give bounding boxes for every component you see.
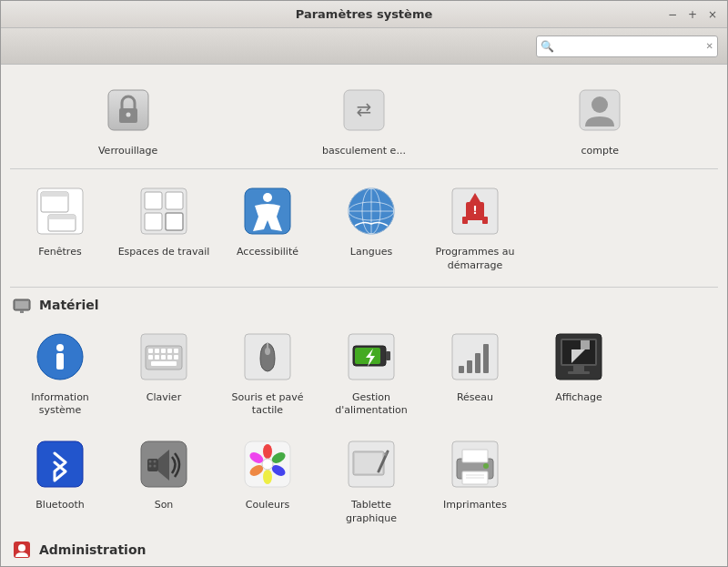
svg-point-2: [126, 113, 130, 117]
titlebar: Paramètres système − + ×: [1, 1, 727, 28]
svg-rect-32: [15, 301, 28, 309]
imprimantes-label: Imprimantes: [443, 499, 507, 511]
info-systeme-label: Information système: [14, 391, 106, 418]
icon-item-ecran-connexion[interactable]: Écran de connexion: [10, 565, 110, 566]
top-partial-row: Verrouillage ⇄ basculement e...: [10, 70, 718, 169]
administration-section-icon: [12, 540, 32, 560]
programmes-label: Programmes au démarrage: [429, 246, 521, 272]
bluetooth-icon: [31, 435, 89, 493]
svg-rect-14: [166, 192, 183, 209]
materiel-section-header: Matériel: [12, 295, 718, 315]
search-input[interactable]: [557, 40, 706, 53]
svg-point-96: [483, 463, 489, 469]
icon-item-verrouillage[interactable]: Verrouillage: [78, 74, 178, 165]
icon-item-info-systeme[interactable]: Information système: [10, 320, 110, 425]
system-settings-window: Paramètres système − + × 🔍 ✕: [0, 0, 728, 567]
icon-item-accessibilite[interactable]: Accessibilité: [217, 175, 318, 279]
svg-point-35: [56, 344, 64, 351]
icon-item-utilisateurs[interactable]: Utilisateurs et groupes: [321, 565, 421, 566]
icon-item-basculement[interactable]: ⇄ basculement e...: [314, 74, 414, 165]
souris-icon: [238, 328, 297, 386]
affichage-label: Affichage: [555, 391, 602, 404]
svg-point-100: [18, 544, 25, 552]
alimentation-icon: [342, 328, 400, 386]
icon-item-alimentation[interactable]: Gestion d'alimentation: [321, 320, 421, 425]
icon-item-fenetres[interactable]: Fenêtres: [10, 175, 110, 279]
maximize-button[interactable]: +: [685, 7, 700, 22]
svg-point-74: [149, 461, 152, 463]
icon-item-souris[interactable]: Souris et pavé tactile: [217, 320, 318, 425]
svg-rect-66: [573, 366, 584, 371]
tablette-label: Tablette graphique: [325, 499, 418, 525]
affichage-icon: [550, 328, 608, 386]
icon-item-affichage[interactable]: Affichage: [529, 320, 629, 425]
svg-rect-13: [145, 192, 162, 209]
svg-point-76: [149, 465, 152, 468]
couleurs-icon: [238, 435, 297, 493]
icon-item-son[interactable]: Son: [114, 428, 214, 532]
icon-item-bluetooth[interactable]: Bluetooth: [10, 428, 110, 532]
icon-item-clavier[interactable]: Clavier: [114, 320, 214, 425]
search-box: 🔍 ✕: [536, 35, 718, 57]
svg-rect-94: [462, 450, 488, 462]
icon-item-tablette[interactable]: Tablette graphique: [321, 428, 421, 532]
svg-rect-29: [482, 217, 488, 224]
espaces-label: Espaces de travail: [118, 246, 210, 258]
materiel-section-icon: [12, 295, 32, 315]
svg-point-80: [263, 444, 272, 459]
bluetooth-label: Bluetooth: [35, 499, 84, 511]
tablette-icon: [342, 435, 400, 493]
icon-item-reseau[interactable]: Réseau: [425, 320, 525, 425]
administration-section-header: Administration: [12, 540, 718, 560]
svg-rect-15: [145, 213, 162, 230]
close-button[interactable]: ×: [705, 7, 720, 22]
reseau-label: Réseau: [457, 391, 493, 404]
search-clear-button[interactable]: ✕: [706, 41, 713, 51]
icon-item-langues[interactable]: Langues: [321, 175, 421, 279]
basculement-icon: ⇄: [335, 81, 393, 139]
icon-item-programmes[interactable]: ! Programmes au démarrage: [425, 175, 525, 279]
souris-label: Souris et pavé tactile: [221, 391, 314, 418]
icon-item-espaces[interactable]: Espaces de travail: [114, 175, 214, 279]
svg-rect-67: [568, 371, 590, 374]
icon-item-couleurs[interactable]: Couleurs: [217, 428, 318, 532]
info-systeme-icon: [31, 328, 89, 386]
svg-rect-69: [581, 340, 590, 349]
svg-rect-41: [161, 349, 166, 353]
svg-rect-36: [56, 353, 64, 370]
accessibilite-label: Accessibilité: [237, 246, 298, 258]
basculement-label: basculement e...: [322, 145, 406, 157]
svg-point-52: [265, 348, 270, 355]
svg-rect-43: [174, 349, 178, 353]
icon-item-imprimantes[interactable]: Imprimantes: [425, 428, 525, 532]
couleurs-label: Couleurs: [246, 499, 289, 511]
toolbar: 🔍 ✕: [1, 28, 727, 65]
window-title: Paramètres système: [63, 7, 665, 21]
compte-icon: [571, 81, 629, 139]
svg-rect-59: [459, 366, 464, 373]
compte-label: compte: [581, 145, 620, 157]
accessibilite-icon: [238, 182, 297, 240]
window-controls: − + ×: [665, 7, 720, 22]
icon-item-pilotes[interactable]: Pilotes de périphériques: [114, 565, 214, 566]
espaces-icon: [135, 182, 193, 240]
svg-rect-33: [20, 310, 24, 313]
svg-rect-55: [386, 351, 390, 360]
svg-rect-45: [155, 355, 159, 359]
svg-rect-42: [167, 349, 172, 353]
icon-item-sources-maj[interactable]: Sources de mise à jour: [217, 565, 318, 566]
svg-rect-46: [161, 355, 166, 359]
icon-item-compte[interactable]: compte: [550, 74, 650, 165]
clavier-icon: [135, 328, 193, 386]
langues-icon: [342, 182, 400, 240]
personal-icons-grid: Fenêtres Espaces de travail: [10, 175, 718, 288]
svg-text:⇄: ⇄: [357, 98, 372, 120]
imprimantes-icon: [446, 435, 504, 493]
minimize-button[interactable]: −: [665, 7, 680, 22]
clavier-label: Clavier: [147, 391, 181, 404]
svg-rect-40: [155, 349, 159, 353]
svg-rect-9: [41, 192, 68, 197]
svg-point-6: [592, 96, 608, 113]
svg-rect-16: [166, 213, 183, 230]
search-icon: 🔍: [541, 40, 554, 53]
